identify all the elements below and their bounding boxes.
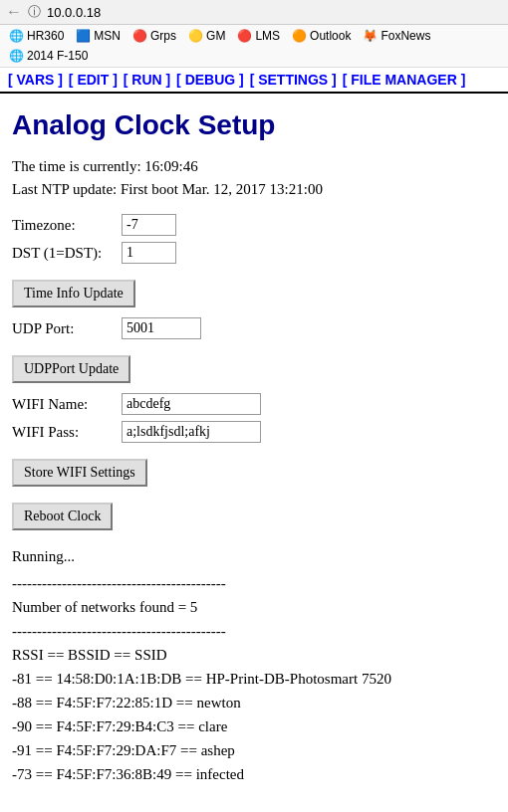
output-text: ----------------------------------------… bbox=[12, 571, 496, 786]
bookmark-lms-label: LMS bbox=[255, 29, 280, 43]
wifi-pass-label: WIFI Pass: bbox=[12, 424, 122, 441]
bookmark-msn-label: MSN bbox=[94, 29, 121, 43]
hr360-icon: 🌐 bbox=[9, 29, 24, 43]
udp-port-input[interactable] bbox=[122, 317, 201, 339]
back-button[interactable]: ← bbox=[6, 3, 22, 21]
running-status: Running... bbox=[12, 548, 496, 565]
bookmark-lms[interactable]: 🔴 LMS bbox=[232, 27, 285, 45]
nav-edit[interactable]: [ EDIT ] bbox=[69, 72, 118, 88]
bookmark-grps[interactable]: 🔴 Grps bbox=[127, 27, 181, 45]
foxnews-icon: 🦊 bbox=[363, 29, 378, 43]
page-title: Analog Clock Setup bbox=[12, 109, 496, 141]
timezone-input[interactable] bbox=[122, 214, 176, 236]
address-bar: ← ⓘ 10.0.0.18 bbox=[0, 0, 508, 25]
info-icon: ⓘ bbox=[28, 3, 41, 21]
wifi-section: WIFI Name: WIFI Pass: bbox=[12, 393, 496, 443]
bookmark-hr360-label: HR360 bbox=[27, 29, 64, 43]
timezone-row: Timezone: bbox=[12, 214, 496, 236]
nav-bar: [ VARS ] [ EDIT ] [ RUN ] [ DEBUG ] [ SE… bbox=[0, 68, 508, 94]
bookmark-f150[interactable]: 🌐 2014 F-150 bbox=[4, 47, 93, 65]
current-time: The time is currently: 16:09:46 bbox=[12, 155, 496, 178]
bookmark-foxnews-label: FoxNews bbox=[381, 29, 430, 43]
bookmark-foxnews[interactable]: 🦊 FoxNews bbox=[358, 27, 435, 45]
url-display[interactable]: 10.0.0.18 bbox=[47, 5, 101, 20]
nav-settings[interactable]: [ SETTINGS ] bbox=[250, 72, 337, 88]
bookmark-outlook[interactable]: 🟠 Outlook bbox=[287, 27, 356, 45]
gm-icon: 🟡 bbox=[188, 29, 203, 43]
time-info: The time is currently: 16:09:46 Last NTP… bbox=[12, 155, 496, 200]
wifi-name-label: WIFI Name: bbox=[12, 396, 122, 413]
bookmark-grps-label: Grps bbox=[150, 29, 176, 43]
outlook-icon: 🟠 bbox=[292, 29, 307, 43]
bookmark-gm-label: GM bbox=[206, 29, 225, 43]
wifi-name-row: WIFI Name: bbox=[12, 393, 496, 415]
ntp-update: Last NTP update: First boot Mar. 12, 201… bbox=[12, 178, 496, 201]
nav-run[interactable]: [ RUN ] bbox=[124, 72, 170, 88]
udp-port-update-button[interactable]: UDPPort Update bbox=[12, 355, 130, 383]
store-wifi-button[interactable]: Store WIFI Settings bbox=[12, 459, 147, 487]
main-content: Analog Clock Setup The time is currently… bbox=[0, 94, 508, 794]
bookmark-gm[interactable]: 🟡 GM bbox=[183, 27, 230, 45]
udp-port-label: UDP Port: bbox=[12, 320, 122, 337]
bookmark-f150-label: 2014 F-150 bbox=[27, 49, 88, 63]
wifi-pass-row: WIFI Pass: bbox=[12, 421, 496, 443]
bookmarks-bar: 🌐 HR360 🟦 MSN 🔴 Grps 🟡 GM 🔴 LMS 🟠 Outloo… bbox=[0, 25, 508, 68]
wifi-pass-input[interactable] bbox=[122, 421, 261, 443]
nav-file-manager[interactable]: [ FILE MANAGER ] bbox=[343, 72, 466, 88]
dst-input[interactable] bbox=[122, 242, 176, 264]
dst-label: DST (1=DST): bbox=[12, 245, 122, 262]
udp-port-row: UDP Port: bbox=[12, 317, 496, 339]
bookmark-outlook-label: Outlook bbox=[310, 29, 351, 43]
time-update-button[interactable]: Time Info Update bbox=[12, 280, 135, 307]
lms-icon: 🔴 bbox=[237, 29, 252, 43]
bookmark-msn[interactable]: 🟦 MSN bbox=[71, 27, 126, 45]
dst-row: DST (1=DST): bbox=[12, 242, 496, 264]
udp-section: UDP Port: bbox=[12, 317, 496, 339]
timezone-label: Timezone: bbox=[12, 217, 122, 234]
timezone-section: Timezone: DST (1=DST): bbox=[12, 214, 496, 264]
wifi-name-input[interactable] bbox=[122, 393, 261, 415]
f150-icon: 🌐 bbox=[9, 49, 24, 63]
reboot-clock-button[interactable]: Reboot Clock bbox=[12, 503, 113, 530]
nav-debug[interactable]: [ DEBUG ] bbox=[176, 72, 244, 88]
msn-icon: 🟦 bbox=[76, 29, 91, 43]
grps-icon: 🔴 bbox=[132, 29, 147, 43]
bookmark-hr360[interactable]: 🌐 HR360 bbox=[4, 27, 69, 45]
nav-vars[interactable]: [ VARS ] bbox=[8, 72, 63, 88]
